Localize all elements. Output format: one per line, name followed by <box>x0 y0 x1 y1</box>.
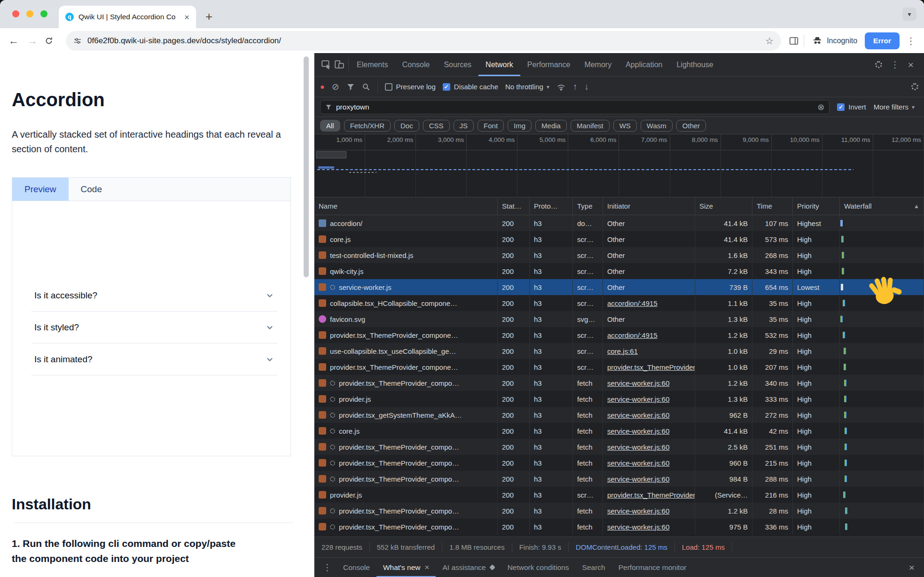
network-request-row[interactable]: core.js 200 h3 scr… Other 41.4 kB 573 ms… <box>314 231 924 247</box>
network-request-row[interactable]: accordion/ 200 h3 do… Other 41.4 kB 107 … <box>314 215 924 231</box>
network-request-row[interactable]: provider.tsx_ThemeProvider_compo… 200 h3… <box>314 471 924 487</box>
initiator-link[interactable]: service-worker.js:60 <box>607 459 670 467</box>
drawer-menu-icon[interactable]: ⋮ <box>318 558 337 577</box>
drawer-tab[interactable]: What's new × <box>376 558 436 577</box>
network-request-row[interactable]: provider.tsx_ThemeProvider_compone… 200 … <box>314 327 924 343</box>
accordion-item[interactable]: Is it animated? <box>31 343 277 375</box>
filter-input[interactable]: proxytown ⊗ <box>320 100 830 114</box>
drawer-tab[interactable]: Performance monitor × <box>612 558 693 577</box>
column-header-time[interactable]: Time <box>752 197 793 215</box>
clear-network-log-icon[interactable]: ⊘ <box>332 82 339 91</box>
type-filter-chip[interactable]: JS <box>454 120 474 132</box>
throttling-dropdown[interactable]: No throttling ▾ <box>505 83 549 91</box>
network-request-row[interactable]: use-collapsible.tsx_useCollapsible_ge… 2… <box>314 343 924 359</box>
initiator-link[interactable]: Other <box>607 267 625 275</box>
initiator-link[interactable]: service-worker.js:60 <box>607 523 670 531</box>
devtools-tab[interactable]: Elements <box>350 53 395 76</box>
column-header-protocol[interactable]: Proto… <box>530 197 573 215</box>
clear-filter-icon[interactable]: ⊗ <box>817 103 824 111</box>
type-filter-chip[interactable]: Font <box>478 120 504 132</box>
column-header-status[interactable]: Stat… <box>498 197 530 215</box>
minimize-window-button[interactable] <box>26 10 33 17</box>
devtools-tab[interactable]: Memory <box>577 53 619 76</box>
devtools-tab[interactable]: Lighthouse <box>669 53 720 76</box>
demo-tab[interactable]: Code <box>69 178 114 201</box>
initiator-link[interactable]: accordion/:4915 <box>607 331 658 339</box>
new-tab-button[interactable]: + <box>205 10 212 23</box>
window-controls[interactable] <box>12 10 47 17</box>
import-har-icon[interactable]: ↑ <box>573 82 578 91</box>
devtools-menu-icon[interactable]: ⋮ <box>891 59 900 70</box>
network-request-row[interactable]: favicon.svg 200 h3 svg… Other 1.3 kB 35 … <box>314 311 924 327</box>
browser-tab[interactable]: q Qwik UI | Styled Accordion Co × <box>59 6 196 28</box>
filter-icon[interactable] <box>346 83 355 91</box>
reload-button[interactable] <box>44 36 58 46</box>
column-header-type[interactable]: Type <box>573 197 603 215</box>
column-header-name[interactable]: Name <box>314 197 498 215</box>
network-request-row[interactable]: collapsible.tsx_HCollapsible_compone… 20… <box>314 295 924 311</box>
initiator-link[interactable]: Other <box>607 219 625 227</box>
devtools-tab[interactable]: Sources <box>437 53 478 76</box>
devtools-tab[interactable]: Application <box>619 53 669 76</box>
record-network-log-button[interactable]: ● <box>320 83 325 91</box>
initiator-link[interactable]: service-worker.js:60 <box>607 507 670 515</box>
network-request-row[interactable]: provider.tsx_ThemeProvider_compo… 200 h3… <box>314 503 924 519</box>
drawer-tab[interactable]: Network conditions × <box>501 558 576 577</box>
initiator-link[interactable]: provider.tsx_ThemeProvider <box>607 363 695 371</box>
initiator-link[interactable]: service-worker.js:60 <box>607 411 670 419</box>
page-scrollbar[interactable] <box>304 56 309 277</box>
forward-button[interactable]: → <box>25 35 39 47</box>
devtools-tab[interactable]: Network <box>478 53 520 76</box>
type-filter-chip[interactable]: Img <box>508 120 532 132</box>
devtools-settings-icon[interactable] <box>875 61 882 68</box>
drawer-tab[interactable]: AI assistance × <box>436 558 501 577</box>
type-filter-chip[interactable]: CSS <box>423 120 450 132</box>
site-info-icon[interactable] <box>73 37 82 45</box>
network-request-row[interactable]: provider.js 200 h3 fetch service-worker.… <box>314 391 924 407</box>
preserve-log-toggle[interactable]: Preserve log <box>385 83 436 91</box>
network-request-row[interactable]: provider.tsx_getSystemTheme_aKkA… 200 h3… <box>314 407 924 423</box>
type-filter-chip[interactable]: All <box>320 120 340 132</box>
overview-selection[interactable] <box>316 151 346 158</box>
initiator-link[interactable]: service-worker.js:60 <box>607 475 670 483</box>
accordion-item[interactable]: Is it styled? <box>31 312 277 343</box>
tab-search-button[interactable]: ▾ <box>902 8 916 21</box>
tab-close-icon[interactable]: × <box>184 13 189 22</box>
search-icon[interactable] <box>362 83 370 91</box>
type-filter-chip[interactable]: Manifest <box>571 120 610 132</box>
drawer-tab[interactable]: Search × <box>576 558 612 577</box>
column-header-size[interactable]: Size <box>695 197 752 215</box>
browser-menu-icon[interactable]: ⋮ <box>904 35 917 47</box>
filter-value[interactable]: proxytown <box>336 103 813 111</box>
network-request-row[interactable]: provider.js 200 h3 scr… provider.tsx_The… <box>314 487 924 503</box>
type-filter-chip[interactable]: Wasm <box>641 120 673 132</box>
column-header-waterfall[interactable]: Waterfall ▲ <box>840 197 924 215</box>
side-panel-icon[interactable] <box>789 36 799 46</box>
network-request-row[interactable]: provider.tsx_ThemeProvider_compone… 200 … <box>314 359 924 375</box>
initiator-link[interactable]: service-worker.js:60 <box>607 379 670 387</box>
type-filter-chip[interactable]: Fetch/XHR <box>344 120 391 132</box>
network-request-row[interactable]: provider.tsx_ThemeProvider_compo… 200 h3… <box>314 439 924 455</box>
demo-tab[interactable]: Preview <box>12 178 69 201</box>
preserve-log-checkbox[interactable] <box>385 83 392 91</box>
device-toolbar-icon[interactable] <box>334 59 345 70</box>
bookmark-star-icon[interactable]: ☆ <box>765 35 774 47</box>
type-filter-chip[interactable]: WS <box>613 120 637 132</box>
network-settings-icon[interactable] <box>911 83 918 90</box>
column-header-initiator[interactable]: Initiator <box>603 197 695 215</box>
disable-cache-checkbox[interactable]: ✓ <box>443 83 450 91</box>
network-request-row[interactable]: core.js 200 h3 fetch service-worker.js:6… <box>314 423 924 439</box>
network-request-row[interactable]: provider.tsx_ThemeProvider_compo… 200 h3… <box>314 375 924 391</box>
initiator-link[interactable]: Other <box>607 283 625 291</box>
initiator-link[interactable]: Other <box>607 235 625 243</box>
inspect-element-icon[interactable] <box>321 59 331 70</box>
more-filters-dropdown[interactable]: More filters ▾ <box>874 103 918 111</box>
error-button[interactable]: Error <box>865 32 900 49</box>
network-request-row[interactable]: qwik-city.js 200 h3 scr… Other 7.2 kB 34… <box>314 263 924 279</box>
export-har-icon[interactable]: ↓ <box>584 82 589 91</box>
drawer-close-icon[interactable]: × <box>903 558 920 577</box>
initiator-link[interactable]: provider.tsx_ThemeProvider <box>607 491 695 499</box>
maximize-window-button[interactable] <box>40 10 47 17</box>
initiator-link[interactable]: core.js:61 <box>607 347 638 355</box>
initiator-link[interactable]: Other <box>607 251 625 259</box>
